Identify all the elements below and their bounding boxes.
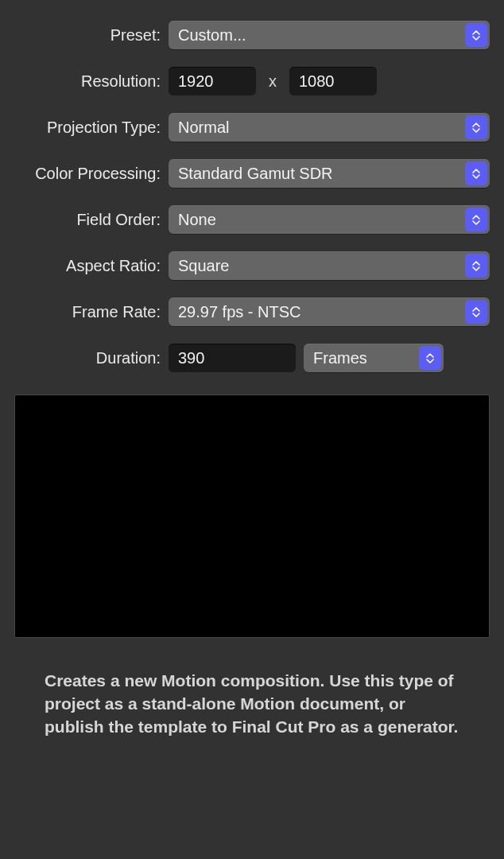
field-select[interactable]: None xyxy=(169,205,490,234)
aspect-label: Aspect Ratio: xyxy=(14,257,169,275)
x-separator: x xyxy=(264,72,281,91)
preset-row: Preset: Custom... xyxy=(14,21,490,49)
resolution-row: Resolution: x xyxy=(14,67,490,95)
framerate-select[interactable]: 29.97 fps - NTSC xyxy=(169,297,490,326)
field-label: Field Order: xyxy=(14,211,169,229)
aspect-row: Aspect Ratio: Square xyxy=(14,251,490,280)
projection-select[interactable]: Normal xyxy=(169,113,490,142)
color-label: Color Processing: xyxy=(14,165,169,183)
color-value: Standard Gamut SDR xyxy=(178,165,333,183)
framerate-label: Frame Rate: xyxy=(14,303,169,321)
updown-icon xyxy=(465,254,487,278)
description-text: Creates a new Motion composition. Use th… xyxy=(14,670,490,739)
preset-label: Preset: xyxy=(14,26,169,45)
preview-area xyxy=(14,395,490,638)
resolution-width-input[interactable] xyxy=(169,67,256,95)
preset-select[interactable]: Custom... xyxy=(169,21,490,49)
updown-icon xyxy=(465,300,487,324)
duration-input[interactable] xyxy=(169,344,296,372)
aspect-select[interactable]: Square xyxy=(169,251,490,280)
color-row: Color Processing: Standard Gamut SDR xyxy=(14,159,490,188)
updown-icon xyxy=(465,23,487,47)
aspect-value: Square xyxy=(178,257,230,275)
project-settings-panel: Preset: Custom... Resolution: x Projecti… xyxy=(0,0,504,739)
projection-value: Normal xyxy=(178,119,229,137)
updown-icon xyxy=(465,208,487,231)
duration-row: Duration: Frames xyxy=(14,344,490,372)
duration-unit-select[interactable]: Frames xyxy=(304,344,444,372)
duration-label: Duration: xyxy=(14,349,169,367)
projection-row: Projection Type: Normal xyxy=(14,113,490,142)
updown-icon xyxy=(465,115,487,139)
projection-label: Projection Type: xyxy=(14,119,169,137)
preset-value: Custom... xyxy=(178,26,246,45)
framerate-row: Frame Rate: 29.97 fps - NTSC xyxy=(14,297,490,326)
field-row: Field Order: None xyxy=(14,205,490,234)
resolution-height-input[interactable] xyxy=(289,67,377,95)
resolution-label: Resolution: xyxy=(14,72,169,91)
field-value: None xyxy=(178,211,216,229)
framerate-value: 29.97 fps - NTSC xyxy=(178,303,301,321)
duration-unit-value: Frames xyxy=(313,349,367,367)
updown-icon xyxy=(419,346,441,370)
color-select[interactable]: Standard Gamut SDR xyxy=(169,159,490,188)
updown-icon xyxy=(465,161,487,185)
